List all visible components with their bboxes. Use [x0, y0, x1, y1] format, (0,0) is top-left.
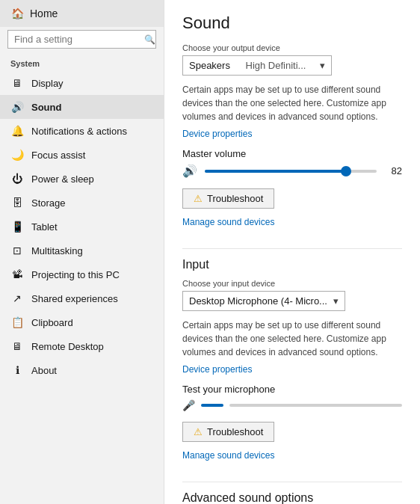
sidebar-item-home[interactable]: 🏠 Home — [0, 0, 164, 27]
warning-icon: ⚠ — [194, 193, 203, 204]
output-troubleshoot-label: Troubleshoot — [207, 193, 263, 204]
sidebar-item-about[interactable]: ℹ About — [0, 358, 164, 382]
sidebar-item-sound[interactable]: 🔊 Sound — [0, 95, 164, 119]
output-device-name: Speakers — [189, 60, 230, 71]
input-device-select[interactable]: Desktop Microphone (4- Micro... ▾ — [182, 291, 345, 311]
master-volume-label: Master volume — [182, 148, 402, 159]
sidebar-home-label: Home — [30, 7, 58, 19]
output-section-label: Choose your output device — [182, 43, 402, 52]
sound-icon: 🔊 — [10, 101, 24, 113]
output-device-detail: High Definiti... — [246, 60, 306, 71]
chevron-down-icon: ▾ — [320, 60, 325, 71]
mic-test-row: 🎤 — [182, 399, 402, 411]
home-icon: 🏠 — [10, 7, 24, 19]
sidebar-item-multitasking[interactable]: ⊡ Multitasking — [0, 239, 164, 262]
output-info-text: Certain apps may be set up to use differ… — [182, 83, 402, 123]
input-troubleshoot-button[interactable]: ⚠ Troubleshoot — [182, 422, 274, 442]
sidebar-item-label: Display — [31, 78, 64, 89]
volume-slider-track[interactable] — [205, 170, 377, 173]
volume-icon: 🔊 — [182, 164, 197, 178]
input-device-row: Desktop Microphone (4- Micro... ▾ — [182, 291, 402, 311]
sidebar-item-label: Sound — [31, 102, 61, 113]
input-troubleshoot-label: Troubleshoot — [207, 426, 263, 437]
main-content: Sound Choose your output device Speakers… — [164, 0, 420, 504]
focus-icon: 🌙 — [10, 149, 24, 161]
power-icon: ⏻ — [10, 173, 24, 185]
output-device-row: Speakers High Definiti... ▾ — [182, 55, 402, 76]
output-device-properties-link[interactable]: Device properties — [182, 129, 252, 139]
sidebar-item-power[interactable]: ⏻ Power & sleep — [0, 167, 164, 191]
chevron-down-icon: ▾ — [333, 295, 339, 307]
input-section-title: Input — [182, 258, 402, 271]
page-title: Sound — [182, 13, 402, 33]
divider-output-input — [182, 248, 402, 249]
volume-slider-thumb[interactable] — [341, 166, 351, 176]
search-icon: 🔍 — [144, 34, 155, 45]
divider-input-advanced — [182, 482, 402, 482]
mic-bar-empty — [229, 404, 402, 407]
about-icon: ℹ — [10, 364, 24, 376]
search-box[interactable]: 🔍 — [7, 30, 156, 49]
input-info-text: Certain apps may be set up to use differ… — [182, 319, 402, 359]
input-device-name: Desktop Microphone (4- Micro... — [189, 295, 327, 307]
sidebar-item-shared[interactable]: ↗ Shared experiences — [0, 286, 164, 310]
microphone-icon: 🎤 — [182, 399, 195, 411]
notifications-icon: 🔔 — [10, 125, 24, 137]
sidebar-item-projecting[interactable]: 📽 Projecting to this PC — [0, 262, 164, 286]
system-label: System — [0, 55, 164, 71]
sidebar-item-focus[interactable]: 🌙 Focus assist — [0, 143, 164, 167]
sidebar-item-tablet[interactable]: 📱 Tablet — [0, 215, 164, 239]
sidebar-item-label: Notifications & actions — [31, 126, 127, 137]
sidebar-item-label: Projecting to this PC — [31, 269, 120, 280]
sidebar-item-label: Storage — [31, 197, 66, 209]
shared-icon: ↗ — [10, 292, 24, 304]
volume-row: 🔊 82 — [182, 164, 402, 178]
sidebar-item-label: About — [31, 365, 57, 376]
output-troubleshoot-button[interactable]: ⚠ Troubleshoot — [182, 188, 274, 209]
volume-slider-fill — [205, 170, 346, 173]
sidebar-item-label: Clipboard — [31, 317, 73, 328]
input-device-properties-link[interactable]: Device properties — [182, 364, 252, 375]
mic-test-label: Test your microphone — [182, 384, 402, 395]
warning-icon: ⚠ — [194, 426, 203, 437]
search-input[interactable] — [14, 34, 140, 45]
output-device-select[interactable]: Speakers High Definiti... ▾ — [182, 55, 332, 76]
output-manage-link[interactable]: Manage sound devices — [182, 217, 274, 227]
sidebar-item-label: Remote Desktop — [31, 341, 104, 352]
input-device-label: Choose your input device — [182, 279, 402, 288]
mic-level-bar — [201, 404, 223, 407]
sidebar: 🏠 Home 🔍 System 🖥 Display 🔊 Sound 🔔 Noti… — [0, 0, 164, 504]
storage-icon: 🗄 — [10, 197, 24, 209]
volume-value: 82 — [384, 165, 402, 176]
display-icon: 🖥 — [10, 77, 24, 89]
input-manage-link[interactable]: Manage sound devices — [182, 450, 274, 461]
sidebar-item-label: Power & sleep — [31, 173, 94, 185]
sidebar-item-notifications[interactable]: 🔔 Notifications & actions — [0, 119, 164, 143]
tablet-icon: 📱 — [10, 221, 24, 233]
sidebar-item-storage[interactable]: 🗄 Storage — [0, 191, 164, 215]
sidebar-item-label: Shared experiences — [31, 293, 118, 304]
sidebar-item-display[interactable]: 🖥 Display — [0, 71, 164, 95]
sidebar-item-label: Multitasking — [31, 245, 83, 256]
multitasking-icon: ⊡ — [10, 245, 24, 256]
sidebar-item-clipboard[interactable]: 📋 Clipboard — [0, 310, 164, 334]
sidebar-item-remote[interactable]: 🖥 Remote Desktop — [0, 334, 164, 358]
sidebar-item-label: Tablet — [31, 221, 58, 233]
clipboard-icon: 📋 — [10, 316, 24, 328]
projecting-icon: 📽 — [10, 268, 24, 280]
advanced-section-title: Advanced sound options — [182, 491, 402, 504]
remote-icon: 🖥 — [10, 340, 24, 352]
sidebar-item-label: Focus assist — [31, 150, 85, 161]
